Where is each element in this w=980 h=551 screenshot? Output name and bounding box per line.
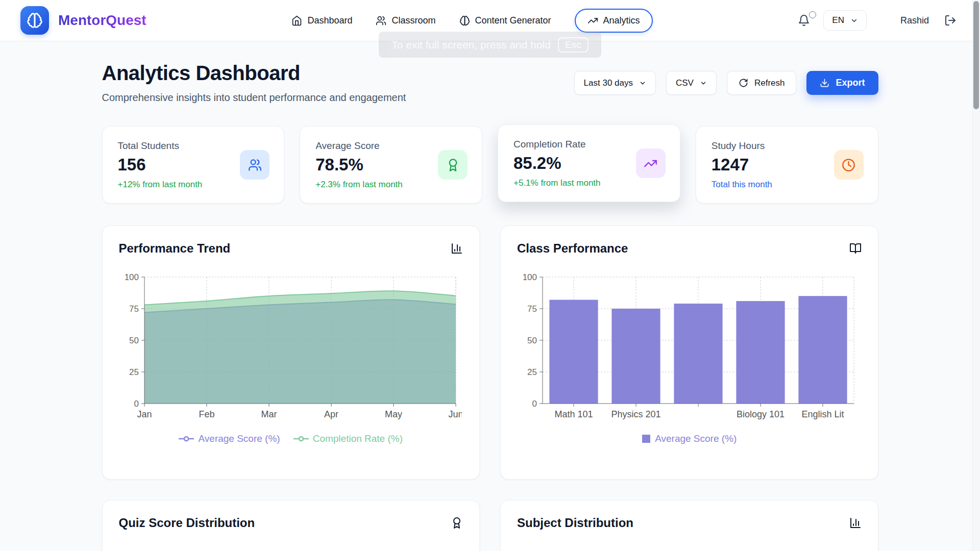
page-subtitle: Comprehensive insights into student perf… — [102, 92, 406, 104]
svg-text:Mar: Mar — [261, 409, 277, 419]
svg-text:English Lit: English Lit — [801, 409, 844, 419]
logout-button[interactable] — [944, 14, 957, 27]
svg-text:100: 100 — [523, 272, 537, 282]
main-nav: Dashboard Classroom Content Generator An… — [291, 9, 652, 33]
users-icon — [376, 15, 386, 26]
stat-card-average-score: Average Score 78.5% +2.3% from last mont… — [300, 126, 482, 204]
refresh-icon — [739, 78, 748, 88]
home-icon — [291, 15, 302, 26]
legend-label: Average Score (%) — [198, 433, 280, 444]
svg-text:75: 75 — [129, 304, 139, 314]
svg-text:25: 25 — [129, 367, 139, 377]
svg-text:50: 50 — [527, 336, 537, 345]
subject-distribution-card: Subject Distribution — [500, 500, 878, 551]
stats-row: Total Students 156 +12% from last month … — [102, 126, 878, 204]
svg-text:Jun: Jun — [448, 409, 462, 419]
bottom-row: Quiz Score Distribution Subject Distribu… — [102, 500, 878, 551]
line-legend-icon — [293, 436, 309, 442]
clock-icon — [834, 150, 864, 180]
bar-chart-icon — [451, 242, 463, 255]
brand[interactable]: MentorQuest — [20, 6, 146, 35]
notifications-button[interactable] — [798, 14, 810, 27]
legend-completion-rate: Completion Rate (%) — [293, 433, 403, 444]
main-content: Analytics Dashboard Comprehensive insigh… — [102, 62, 878, 551]
svg-text:Math 101: Math 101 — [554, 409, 593, 419]
quiz-score-distribution-card: Quiz Score Distribution — [102, 500, 480, 551]
legend-average-score: Average Score (%) — [642, 433, 737, 444]
esc-keycap: Esc — [558, 37, 589, 53]
notification-dot — [809, 11, 816, 18]
page-title: Analytics Dashboard — [102, 62, 406, 85]
brain-icon — [27, 12, 43, 29]
export-format-select[interactable]: CSV — [666, 71, 717, 95]
svg-text:Physics 201: Physics 201 — [611, 409, 660, 419]
bell-icon — [798, 14, 810, 27]
brand-logo — [20, 6, 49, 35]
svg-text:0: 0 — [134, 399, 138, 409]
header-right: EN Rashid — [798, 10, 957, 31]
brain-icon — [459, 15, 470, 26]
toolbar: Last 30 days CSV Refresh — [574, 71, 878, 104]
book-open-icon — [849, 242, 862, 255]
svg-text:Feb: Feb — [199, 409, 214, 419]
trend-legend: Average Score (%) Completion Rate (%) — [119, 433, 463, 444]
svg-text:May: May — [384, 409, 402, 419]
chart-header: Class Performance — [517, 241, 862, 256]
nav-content-generator[interactable]: Content Generator — [459, 15, 551, 26]
class-performance-chart: 0255075100Math 101Physics 201Biology 101… — [517, 270, 860, 428]
stat-change: +12% from last month — [118, 180, 269, 190]
stat-change: +2.3% from last month — [315, 180, 467, 190]
page-title-block: Analytics Dashboard Comprehensive insigh… — [102, 62, 406, 104]
nav-label: Content Generator — [475, 15, 551, 26]
fullscreen-exit-toast: To exit full screen, press and hold Esc — [379, 32, 601, 58]
stat-card-completion-rate: Completion Rate 85.2% +5.1% from last mo… — [498, 124, 680, 202]
chevron-down-icon — [700, 80, 707, 87]
stat-change: Total this month — [712, 180, 863, 190]
scrollbar-thumb[interactable] — [973, 1, 979, 109]
nav-label: Dashboard — [307, 15, 352, 26]
language-select[interactable]: EN — [823, 10, 867, 31]
nav-dashboard[interactable]: Dashboard — [291, 15, 352, 26]
chevron-down-icon — [850, 17, 858, 24]
nav-analytics-active[interactable]: Analytics — [575, 9, 653, 33]
page-header: Analytics Dashboard Comprehensive insigh… — [102, 62, 878, 104]
refresh-label: Refresh — [754, 78, 785, 88]
performance-trend-chart: 0255075100JanFebMarAprMayJun — [119, 270, 462, 428]
chart-header: Performance Trend — [119, 241, 463, 256]
legend-label: Average Score (%) — [655, 433, 737, 444]
export-format-value: CSV — [676, 78, 694, 88]
users-icon — [240, 150, 270, 180]
scrollbar-track[interactable] — [972, 0, 980, 551]
legend-average-score: Average Score (%) — [179, 433, 280, 444]
stat-card-study-hours: Study Hours 1247 Total this month — [696, 126, 878, 204]
svg-text:0: 0 — [532, 399, 537, 409]
nav-label: Classroom — [391, 15, 435, 26]
nav-classroom[interactable]: Classroom — [376, 15, 435, 26]
date-range-select[interactable]: Last 30 days — [574, 71, 656, 95]
trending-up-icon — [587, 15, 598, 26]
svg-text:25: 25 — [527, 367, 537, 377]
refresh-button[interactable]: Refresh — [727, 71, 797, 95]
svg-text:Jan: Jan — [137, 409, 152, 419]
chevron-down-icon — [639, 80, 646, 87]
svg-text:100: 100 — [124, 272, 138, 282]
square-legend-icon — [642, 434, 651, 443]
date-range-value: Last 30 days — [584, 78, 633, 88]
svg-text:Biology 101: Biology 101 — [737, 409, 785, 419]
export-button[interactable]: Export — [806, 71, 878, 95]
stat-card-total-students: Total Students 156 +12% from last month — [102, 126, 285, 204]
chart-title: Quiz Score Distribution — [119, 516, 255, 530]
award-icon — [438, 150, 468, 180]
bar-chart-icon — [849, 517, 862, 529]
language-value: EN — [832, 15, 844, 26]
chart-title: Class Performance — [517, 241, 628, 256]
legend-label: Completion Rate (%) — [313, 433, 403, 444]
line-legend-icon — [179, 436, 194, 442]
stat-change: +5.1% from last month — [513, 178, 665, 188]
app-viewport: MentorQuest Dashboard Classroom Content … — [0, 0, 980, 551]
log-out-icon — [944, 14, 957, 27]
export-label: Export — [836, 78, 865, 88]
nav-label: Analytics — [603, 15, 640, 26]
svg-text:50: 50 — [129, 336, 139, 345]
svg-text:Apr: Apr — [324, 409, 338, 419]
